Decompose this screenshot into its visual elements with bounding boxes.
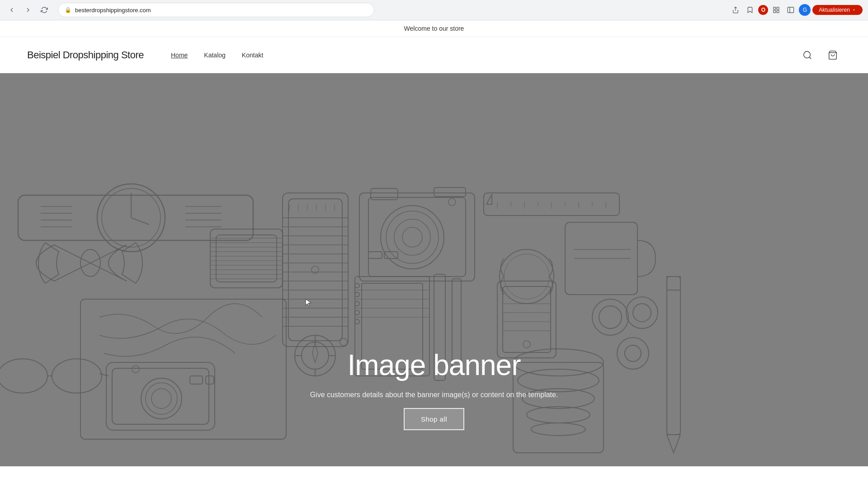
share-button[interactable] [729,4,742,16]
bookmark-button[interactable] [744,4,756,16]
hero-subtitle: Give customers details about the banner … [310,391,558,399]
search-button[interactable] [799,47,816,63]
nav-home[interactable]: Home [171,52,188,59]
svg-rect-3 [774,10,776,13]
profile-button[interactable]: G [799,4,811,16]
extensions-button[interactable] [770,4,783,16]
svg-point-5 [804,51,811,58]
announcement-text: Welcome to our store [404,25,464,32]
cart-button[interactable] [825,47,841,63]
forward-button[interactable] [22,4,34,16]
header-icons [799,47,841,63]
hero-content: Image banner Give customers details abou… [310,348,558,466]
opera-icon: O [758,5,768,15]
refresh-button[interactable] [38,4,51,16]
shop-all-button[interactable]: Shop all [404,408,464,430]
store-logo[interactable]: Beispiel Dropshipping Store [27,49,144,61]
back-button[interactable] [5,4,18,16]
lock-icon: 🔒 [65,7,71,13]
svg-rect-0 [774,7,776,9]
announcement-bar: Welcome to our store [0,20,868,37]
nav-katalog[interactable]: Katalog [204,52,225,59]
sidebar-button[interactable] [784,4,797,16]
url-text: besterdropshippingstore.com [75,7,151,14]
update-button[interactable]: Aktualisieren [812,5,863,15]
main-nav: Home Katalog Kontakt [171,52,799,59]
svg-rect-2 [777,10,779,13]
store-header: Beispiel Dropshipping Store Home Katalog… [0,37,868,73]
svg-rect-4 [788,7,794,13]
hero-title: Image banner [348,348,521,382]
address-bar[interactable]: 🔒 besterdropshippingstore.com [58,3,374,17]
browser-actions: O G Aktualisieren [729,4,863,16]
browser-chrome: 🔒 besterdropshippingstore.com O G Aktual… [0,0,868,20]
nav-kontakt[interactable]: Kontakt [242,52,263,59]
hero-banner: Image banner Give customers details abou… [0,73,868,466]
svg-rect-1 [777,7,779,9]
